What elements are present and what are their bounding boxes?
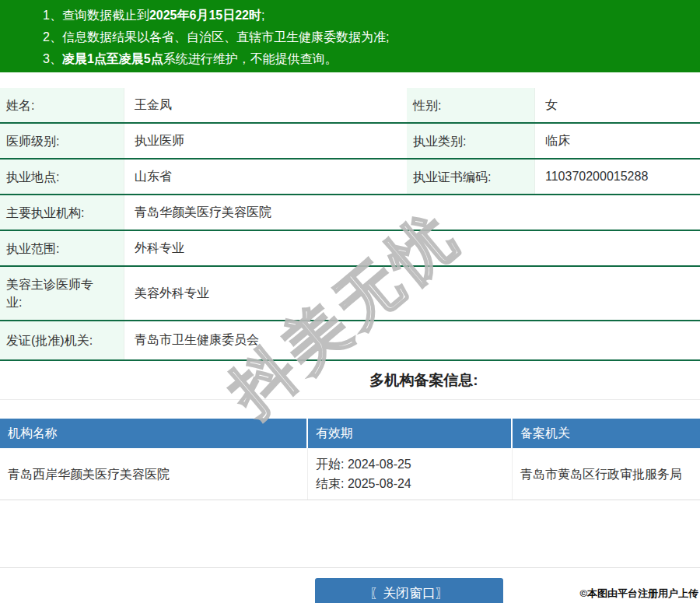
validity-start: 开始: 2024-08-25 bbox=[316, 454, 504, 474]
main-org-label: 主要执业机构: bbox=[0, 195, 124, 230]
notice-number: 2、 bbox=[43, 26, 62, 48]
practice-scope-label: 执业范围: bbox=[0, 231, 124, 265]
name-value: 王金凤 bbox=[124, 88, 407, 122]
notice-banner: 1、查询数据截止到2025年6月15日22时; 2、信息数据结果以各省、自治区、… bbox=[0, 0, 700, 72]
issuing-authority-value: 青岛市卫生健康委员会 bbox=[124, 321, 700, 359]
practice-category-label: 执业类别: bbox=[407, 124, 535, 158]
section-divider bbox=[0, 399, 700, 400]
table-row: 医师级别: 执业医师 执业类别: 临床 bbox=[0, 124, 700, 160]
table-row: 执业范围: 外科专业 bbox=[0, 231, 700, 267]
validity-cell: 开始: 2024-08-25 结束: 2025-08-24 bbox=[308, 448, 513, 500]
notice-text: 信息数据结果以各省、自治区、直辖市卫生健康委数据为准; bbox=[62, 30, 389, 44]
notice-line-2: 2、信息数据结果以各省、自治区、直辖市卫生健康委数据为准; bbox=[43, 26, 692, 48]
main-org-value: 青岛华颜美医疗美容医院 bbox=[124, 195, 700, 230]
footer-divider bbox=[0, 567, 700, 568]
practice-place-value: 山东省 bbox=[124, 160, 407, 194]
issuing-authority-label: 发证(批准)机关: bbox=[0, 321, 124, 359]
validity-end-date: 2025-08-24 bbox=[348, 477, 411, 490]
multi-org-table-header: 机构名称 有效期 备案机关 bbox=[0, 419, 700, 448]
practice-category-value: 临床 bbox=[535, 124, 700, 158]
certificate-number-label: 执业证书编码: bbox=[407, 160, 535, 194]
validity-end: 结束: 2025-08-24 bbox=[316, 474, 504, 493]
notice-line-1: 1、查询数据截止到2025年6月15日22时; bbox=[43, 5, 692, 26]
notice-text: 查询数据截止到 bbox=[62, 9, 149, 22]
table-row: 姓名: 王金凤 性别: 女 bbox=[0, 88, 700, 124]
validity-start-label: 开始: bbox=[316, 458, 344, 471]
org-name-cell: 青岛西岸华颜美医疗美容医院 bbox=[0, 448, 308, 500]
certificate-number-value: 110370200015288 bbox=[535, 160, 700, 194]
doctor-info-table: 姓名: 王金凤 性别: 女 医师级别: 执业医师 执业类别: 临床 执业地点: … bbox=[0, 88, 700, 361]
notice-text-bold: 2025年6月15日22时 bbox=[149, 9, 261, 22]
table-row: 主要执业机构: 青岛华颜美医疗美容医院 bbox=[0, 195, 700, 231]
multi-org-section-title: 多机构备案信息: bbox=[0, 370, 700, 390]
notice-text-bold: 凌晨1点至凌晨5点 bbox=[62, 52, 163, 65]
validity-column-header: 有效期 bbox=[308, 419, 513, 448]
name-label: 姓名: bbox=[0, 88, 124, 122]
doctor-level-label: 医师级别: bbox=[0, 124, 124, 158]
notice-text: ; bbox=[261, 9, 264, 22]
validity-start-date: 2024-08-25 bbox=[348, 458, 411, 471]
practice-scope-value: 外科专业 bbox=[124, 231, 700, 265]
multi-org-table: 机构名称 有效期 备案机关 青岛西岸华颜美医疗美容医院 开始: 2024-08-… bbox=[0, 419, 700, 500]
table-row: 发证(批准)机关: 青岛市卫生健康委员会 bbox=[0, 321, 700, 361]
filing-authority-cell: 青岛市黄岛区行政审批服务局 bbox=[513, 448, 700, 500]
table-row: 青岛西岸华颜美医疗美容医院 开始: 2024-08-25 结束: 2025-08… bbox=[0, 448, 700, 500]
filing-authority-column-header: 备案机关 bbox=[513, 419, 700, 448]
notice-number: 3、 bbox=[43, 48, 62, 70]
practice-place-label: 执业地点: bbox=[0, 160, 124, 194]
practitioner-query-result-page: 1、查询数据截止到2025年6月15日22时; 2、信息数据结果以各省、自治区、… bbox=[0, 0, 700, 603]
validity-end-label: 结束: bbox=[316, 477, 344, 490]
table-row: 美容主诊医师专业: 美容外科专业 bbox=[0, 267, 700, 321]
cosmetic-specialty-label: 美容主诊医师专业: bbox=[0, 267, 124, 320]
gender-value: 女 bbox=[535, 88, 700, 122]
table-row: 执业地点: 山东省 执业证书编码: 110370200015288 bbox=[0, 160, 700, 195]
notice-line-3: 3、凌晨1点至凌晨5点系统进行维护，不能提供查询。 bbox=[43, 48, 692, 70]
close-window-button[interactable]: 〖关闭窗口〗 bbox=[315, 578, 503, 603]
copyright-text: ©本图由平台注册用户上传 bbox=[579, 587, 698, 601]
notice-number: 1、 bbox=[43, 5, 62, 26]
gender-label: 性别: bbox=[407, 88, 535, 122]
cosmetic-specialty-value: 美容外科专业 bbox=[124, 267, 700, 320]
notice-text: 系统进行维护，不能提供查询。 bbox=[163, 52, 338, 65]
doctor-level-value: 执业医师 bbox=[124, 124, 407, 158]
org-name-column-header: 机构名称 bbox=[0, 419, 308, 448]
